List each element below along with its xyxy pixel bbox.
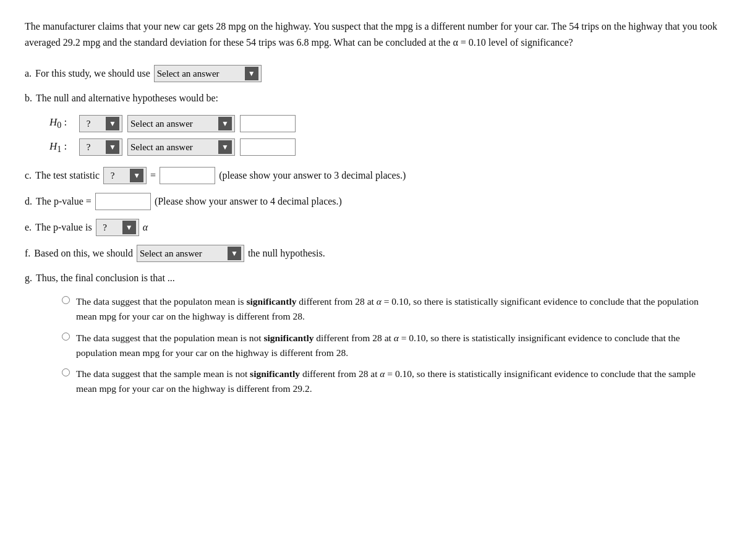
part-d-label: d. [25, 194, 32, 209]
part-f-text-before: Based on this, we should [34, 246, 133, 261]
part-e-symbol-select[interactable]: ? < > = ≤ ≥ [99, 223, 121, 232]
part-e-symbol-select-container[interactable]: ? < > = ≤ ≥ ▼ [96, 219, 139, 236]
part-b: b. The null and alternative hypotheses w… [25, 91, 717, 106]
part-e-text-before: The p-value is [35, 220, 92, 235]
h1-row: H1 : ? = ≠ < > ≤ ≥ ▼ Select an answer μ … [49, 138, 717, 156]
h1-value-input[interactable] [240, 138, 296, 156]
h1-symbol-arrow[interactable]: ▼ [106, 140, 119, 154]
part-d: d. The p-value = (Please show your answe… [25, 193, 717, 210]
conclusion-radio-1[interactable] [62, 296, 70, 304]
conclusion-radio-3[interactable] [62, 368, 70, 376]
part-a-select[interactable]: Select an answer z-test t-test [157, 69, 244, 78]
part-a: a. For this study, we should use Select … [25, 65, 717, 82]
part-a-label: a. [25, 66, 32, 81]
part-f-dropdown-arrow[interactable]: ▼ [228, 247, 241, 260]
conclusion-option-2: The data suggest that the population mea… [62, 331, 717, 360]
h0-symbol-arrow[interactable]: ▼ [106, 117, 119, 130]
conclusion-text-1: The data suggest that the populaton mean… [76, 294, 717, 324]
conclusion-option-1: The data suggest that the populaton mean… [62, 294, 717, 324]
h1-answer-select[interactable]: Select an answer μ = 28 μ ≠ 28 μ < 28 μ … [130, 142, 217, 152]
part-a-select-container[interactable]: Select an answer z-test t-test ▼ [154, 65, 262, 82]
part-c-value-input[interactable] [160, 167, 215, 184]
h0-symbol-select-container[interactable]: ? = ≠ < > ≤ ≥ ▼ [79, 115, 122, 132]
part-a-text-before: For this study, we should use [35, 66, 150, 81]
h0-value-input[interactable] [240, 115, 296, 132]
h1-symbol-select-container[interactable]: ? = ≠ < > ≤ ≥ ▼ [79, 138, 122, 156]
part-f: f. Based on this, we should Select an an… [25, 245, 717, 262]
part-g: g. Thus, the final conclusion is that ..… [25, 271, 717, 286]
h1-label: H1 : [49, 138, 74, 156]
h0-symbol-select[interactable]: ? = ≠ < > ≤ ≥ [82, 119, 104, 129]
problem-statement: The manufacturer claims that your new ca… [25, 21, 717, 48]
part-c-symbol-select-container[interactable]: ? z t ▼ [103, 167, 147, 184]
part-g-label: g. [25, 271, 32, 286]
part-e: e. The p-value is ? < > = ≤ ≥ ▼ α [25, 219, 717, 236]
part-d-value-input[interactable] [95, 193, 151, 210]
part-c-symbol-select[interactable]: ? z t [106, 171, 129, 180]
h0-answer-select[interactable]: Select an answer μ = 28 μ ≠ 28 μ < 28 μ … [130, 119, 217, 129]
part-d-text-after: (Please show your answer to 4 decimal pl… [155, 194, 342, 209]
conclusion-radio-2[interactable] [62, 333, 70, 341]
conclusion-text-3: The data suggest that the sample mean is… [76, 367, 717, 396]
part-f-select[interactable]: Select an answer reject fail to reject a… [140, 248, 226, 258]
part-f-label: f. [25, 246, 30, 261]
conclusion-text-2: The data suggest that the population mea… [76, 331, 717, 360]
part-b-text: The null and alternative hypotheses woul… [36, 91, 218, 106]
part-c-label: c. [25, 168, 32, 183]
h0-label: H0 : [49, 114, 74, 132]
conclusion-option-3: The data suggest that the sample mean is… [62, 367, 717, 396]
h1-symbol-select[interactable]: ? = ≠ < > ≤ ≥ [82, 142, 104, 152]
part-f-select-container[interactable]: Select an answer reject fail to reject a… [137, 245, 244, 262]
part-e-alpha: α [143, 220, 148, 235]
h0-row: H0 : ? = ≠ < > ≤ ≥ ▼ Select an answer μ … [49, 114, 717, 132]
part-e-label: e. [25, 220, 32, 235]
h0-answer-arrow[interactable]: ▼ [218, 117, 232, 130]
problem-text: The manufacturer claims that your new ca… [25, 19, 717, 50]
part-b-label: b. [25, 91, 32, 106]
h1-answer-arrow[interactable]: ▼ [218, 140, 232, 154]
part-c-symbol-arrow[interactable]: ▼ [130, 169, 143, 182]
h0-answer-select-container[interactable]: Select an answer μ = 28 μ ≠ 28 μ < 28 μ … [127, 115, 235, 132]
h1-answer-select-container[interactable]: Select an answer μ = 28 μ ≠ 28 μ < 28 μ … [127, 138, 235, 156]
part-c-equals: = [150, 168, 156, 183]
part-c: c. The test statistic ? z t ▼ = (please … [25, 167, 717, 184]
part-c-text-after: (please show your answer to 3 decimal pl… [219, 168, 406, 183]
part-c-text-before: The test statistic [35, 168, 100, 183]
part-e-symbol-arrow[interactable]: ▼ [122, 221, 136, 234]
part-g-text: Thus, the final conclusion is that ... [36, 271, 175, 286]
part-d-text-before: The p-value = [36, 194, 92, 209]
part-f-text-after: the null hypothesis. [248, 246, 325, 261]
part-a-dropdown-arrow[interactable]: ▼ [245, 67, 258, 80]
